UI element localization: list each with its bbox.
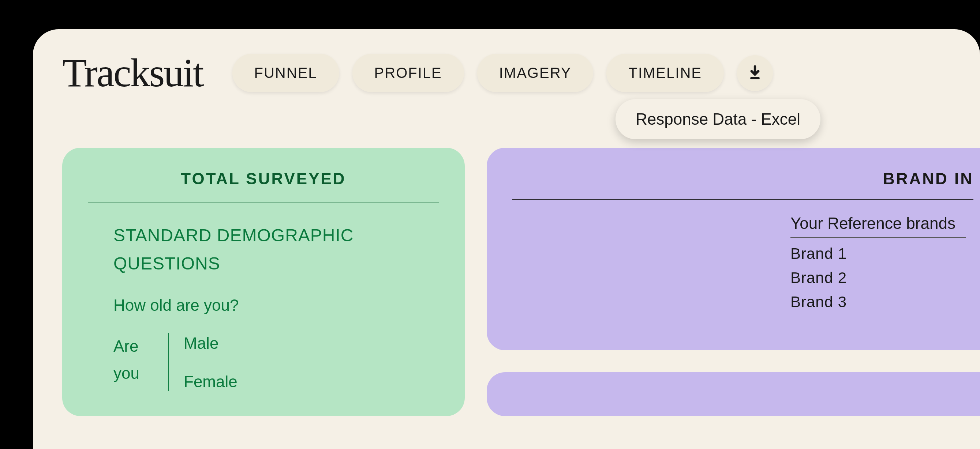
question-gender: Are you Male Female [113, 333, 414, 391]
nav: FUNNEL PROFILE IMAGERY TIMELINE Response… [232, 54, 773, 92]
logo: Tracksuit [62, 50, 203, 96]
download-button[interactable] [737, 55, 773, 91]
gender-option-female: Female [184, 373, 237, 391]
right-column: BRAND IN Your Reference brands Brand 1 B… [487, 148, 980, 416]
svg-rect-0 [750, 77, 760, 79]
card-brand-title: BRAND IN [512, 170, 974, 200]
card-purple-secondary [487, 372, 980, 416]
card-total-surveyed: TOTAL SURVEYED STANDARD DEMOGRAPHIC QUES… [62, 148, 465, 416]
nav-profile[interactable]: PROFILE [352, 54, 464, 92]
question-gender-label: Are you [113, 333, 154, 391]
surveyed-subhead: STANDARD DEMOGRAPHIC QUESTIONS [113, 222, 414, 278]
content: TOTAL SURVEYED STANDARD DEMOGRAPHIC QUES… [33, 111, 980, 416]
reference-brands-label: Your Reference brands [791, 214, 966, 238]
nav-imagery[interactable]: IMAGERY [477, 54, 593, 92]
brand-item: Brand 3 [791, 293, 974, 311]
card-surveyed-content: STANDARD DEMOGRAPHIC QUESTIONS How old a… [88, 222, 439, 391]
brand-item: Brand 2 [791, 269, 974, 287]
gender-options: Male Female [184, 333, 237, 391]
gender-option-male: Male [184, 334, 237, 352]
download-icon [747, 65, 763, 81]
app-window: Tracksuit FUNNEL PROFILE IMAGERY TIMELIN… [33, 29, 980, 449]
nav-funnel[interactable]: FUNNEL [232, 54, 339, 92]
nav-timeline[interactable]: TIMELINE [606, 54, 724, 92]
question-age: How old are you? [113, 296, 414, 314]
download-dropdown-item[interactable]: Response Data - Excel [616, 99, 821, 139]
reference-brands: Your Reference brands Brand 1 Brand 2 Br… [791, 214, 974, 311]
card-brand: BRAND IN Your Reference brands Brand 1 B… [487, 148, 980, 350]
card-surveyed-title: TOTAL SURVEYED [88, 170, 439, 203]
download-wrapper: Response Data - Excel [737, 55, 773, 91]
brand-item: Brand 1 [791, 245, 974, 263]
header: Tracksuit FUNNEL PROFILE IMAGERY TIMELIN… [33, 29, 980, 111]
gender-divider [168, 333, 169, 391]
